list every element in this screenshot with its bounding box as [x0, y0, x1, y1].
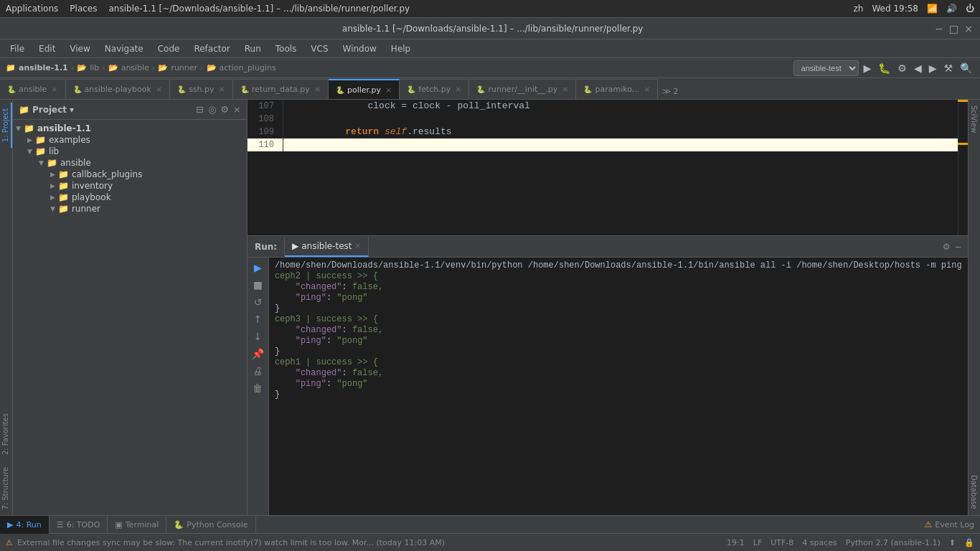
run-icon: ▶	[292, 241, 298, 251]
tree-item-lib[interactable]: ▼ 📁 lib	[13, 146, 247, 157]
run-button[interactable]: ▶	[862, 61, 874, 75]
bottom-tab-run[interactable]: ▶ 4: Run	[0, 516, 50, 534]
tab-overflow[interactable]: ≫ 2	[658, 84, 682, 99]
coverage-button[interactable]: ⚙	[895, 61, 909, 75]
tree-item-callback-plugins[interactable]: ▶ 📁 callback_plugins	[13, 169, 247, 180]
close-button[interactable]: ×	[964, 23, 973, 34]
run-tab-ansible-test[interactable]: ▶ ansible-test ×	[285, 237, 369, 257]
menu-edit[interactable]: Edit	[33, 42, 61, 56]
tab-ansible-playbook[interactable]: 🐍 ansible-playbook ×	[66, 79, 171, 99]
folder-icon: 📁	[58, 181, 69, 191]
panel-minimize-icon[interactable]: −	[955, 242, 962, 252]
locate-icon[interactable]: ◎	[208, 104, 216, 115]
tree-item-ansible[interactable]: ▼ 📁 ansible	[13, 157, 247, 169]
language-version[interactable]: Python 2.7 (ansible-1.1)	[846, 538, 941, 547]
menu-file[interactable]: File	[4, 42, 30, 56]
sidebar-item-favorites[interactable]: 2: Favorites	[0, 408, 12, 461]
terminal-output[interactable]: /home/shen/Downloads/ansible-1.1/venv/bi…	[269, 258, 968, 515]
menu-window[interactable]: Window	[337, 42, 382, 56]
menu-view[interactable]: View	[64, 42, 95, 56]
tab-close-paramiko[interactable]: ×	[644, 85, 650, 94]
breadcrumb-lib[interactable]: lib	[90, 63, 99, 72]
breadcrumb-ansible[interactable]: ansible	[121, 63, 149, 72]
breadcrumb-project[interactable]: ansible-1.1	[19, 63, 68, 72]
tab-close-fetch[interactable]: ×	[455, 85, 461, 94]
menu-vcs[interactable]: VCS	[305, 42, 334, 56]
gutter-marker-top	[958, 100, 968, 102]
run-tab-close[interactable]: ×	[355, 242, 361, 250]
tree-item-ansible-root[interactable]: ▼ 📁 ansible-1.1	[13, 123, 247, 134]
tab-close-ssh[interactable]: ×	[219, 85, 225, 94]
run-play-button[interactable]: ▶	[253, 260, 263, 275]
right-tab-database[interactable]: Database	[969, 469, 979, 515]
indent-setting[interactable]: 4 spaces	[802, 538, 837, 547]
tab-bar: 🐍 ansible × 🐍 ansible-playbook × 🐍 ssh.p…	[0, 78, 980, 100]
run-rerun-button[interactable]: ↺	[253, 295, 264, 309]
tab-ssh[interactable]: 🐍 ssh.py ×	[170, 79, 233, 99]
places-menu[interactable]: Places	[70, 4, 97, 14]
scroll-up-button[interactable]: ↑	[253, 312, 264, 326]
bottom-tab-python-console[interactable]: 🐍 Python Console	[166, 516, 255, 534]
pin-button[interactable]: 📌	[250, 347, 265, 361]
sidebar-item-project[interactable]: 1: Project	[0, 103, 12, 148]
run-stop-button[interactable]: ■	[252, 278, 264, 292]
expand-arrow: ▼	[16, 125, 21, 132]
collapse-all-icon[interactable]: ⊟	[196, 104, 204, 115]
bottom-tabs: ▶ 4: Run ☰ 6: TODO ▣ Terminal 🐍 Python C…	[0, 515, 980, 533]
run-config-select[interactable]: ansible-test	[793, 60, 859, 76]
tab-return-data[interactable]: 🐍 return_data.py ×	[233, 79, 329, 99]
title-bar-controls[interactable]: − □ ×	[935, 23, 973, 34]
debug-button[interactable]: 🐛	[876, 61, 892, 75]
back-button[interactable]: ◀	[912, 61, 924, 75]
status-warning-text: External file changes sync may be slow: …	[17, 538, 445, 547]
menu-code[interactable]: Code	[152, 42, 186, 56]
bottom-tab-terminal[interactable]: ▣ Terminal	[108, 516, 166, 534]
tab-paramiko[interactable]: 🐍 paramiko... ×	[576, 79, 658, 99]
panel-settings-icon[interactable]: ⚙	[943, 242, 951, 252]
bottom-tab-todo[interactable]: ☰ 6: TODO	[50, 516, 108, 534]
build-button[interactable]: ⚒	[941, 61, 955, 75]
applications-menu[interactable]: Applications	[6, 4, 58, 14]
tab-close-ansible[interactable]: ×	[51, 85, 57, 94]
encoding[interactable]: UTF-8	[771, 538, 793, 547]
tab-close-runner-init[interactable]: ×	[562, 85, 568, 94]
tree-item-runner[interactable]: ▼ 📁 runner	[13, 203, 247, 215]
tab-close-poller[interactable]: ×	[385, 85, 392, 95]
tree-item-playbook[interactable]: ▶ 📁 playbook	[13, 192, 247, 203]
forward-button[interactable]: ▶	[927, 61, 939, 75]
sidebar-item-structure[interactable]: 7: Structure	[0, 461, 12, 515]
tree-item-inventory[interactable]: ▶ 📁 inventory	[13, 180, 247, 192]
tree-item-examples[interactable]: ▶ 📁 examples	[13, 134, 247, 146]
tab-ansible[interactable]: 🐍 ansible ×	[0, 79, 66, 99]
menu-refactor[interactable]: Refactor	[188, 42, 235, 56]
power-icon: ⏻	[966, 4, 974, 14]
breadcrumb-runner[interactable]: runner	[171, 63, 197, 72]
menu-run[interactable]: Run	[239, 42, 267, 56]
right-tab-sciview[interactable]: SciView	[969, 100, 979, 138]
search-button[interactable]: 🔍	[958, 61, 974, 75]
breadcrumb-action-plugins[interactable]: action_plugins	[220, 63, 276, 72]
output-line: ceph1 | success >> {	[275, 357, 962, 367]
menu-tools[interactable]: Tools	[270, 42, 303, 56]
menu-navigate[interactable]: Navigate	[99, 42, 149, 56]
maximize-button[interactable]: □	[949, 23, 958, 34]
folder-icon: 📁	[35, 146, 46, 156]
menu-help[interactable]: Help	[385, 42, 416, 56]
scroll-down-button[interactable]: ↓	[253, 329, 264, 344]
line-separator[interactable]: LF	[753, 538, 762, 547]
project-panel-header: 📁 Project ▾ ⊟ ◎ ⚙ ×	[13, 100, 247, 120]
tab-close-return-data[interactable]: ×	[314, 85, 321, 94]
tab-close-ansible-playbook[interactable]: ×	[156, 85, 162, 94]
print-button[interactable]: 🖨	[251, 364, 264, 378]
tab-fetch[interactable]: 🐍 fetch.py ×	[400, 79, 469, 99]
delete-button[interactable]: 🗑	[251, 381, 264, 395]
tab-runner-init[interactable]: 🐍 runner/__init__.py ×	[469, 79, 576, 99]
settings-icon[interactable]: ⚙	[220, 104, 229, 115]
close-panel-icon[interactable]: ×	[233, 104, 241, 115]
code-view[interactable]: 107 clock = clock - poll_interval 108 10…	[248, 100, 968, 235]
code-content-area[interactable]: 107 clock = clock - poll_interval 108 10…	[248, 100, 958, 235]
event-log-label[interactable]: Event Log	[935, 520, 974, 529]
tab-poller[interactable]: 🐍 poller.py ×	[329, 79, 400, 99]
minimize-button[interactable]: −	[935, 23, 943, 34]
dropdown-arrow[interactable]: ▾	[70, 105, 74, 115]
